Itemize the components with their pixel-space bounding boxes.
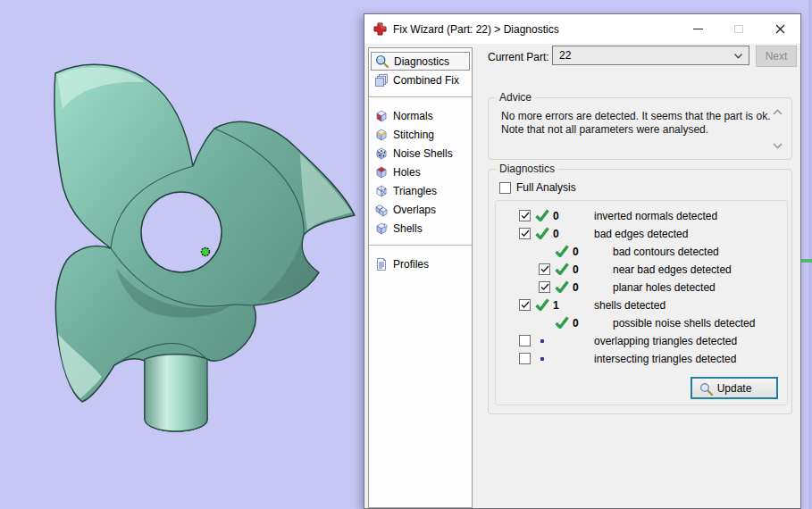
error-count: 0 — [573, 246, 579, 258]
close-button[interactable] — [765, 14, 795, 44]
diagnostic-label: shells detected — [594, 299, 666, 312]
fix-wizard-dialog: Fix Wizard (Part: 22) > Diagnostics Diag… — [364, 13, 801, 509]
sidebar-item-label: Holes — [393, 166, 421, 179]
sidebar-item-normals[interactable]: Normals — [369, 106, 472, 125]
viewport-edge-shade — [808, 0, 812, 509]
sidebar-item-noise-shells[interactable]: Noise Shells — [369, 144, 472, 163]
advice-line: Note that not all parameters were analys… — [501, 123, 770, 137]
sidebar-separator — [369, 245, 472, 246]
sidebar-item-label: Noise Shells — [393, 147, 453, 160]
checkbox-checked[interactable] — [519, 299, 531, 311]
current-part-combobox[interactable]: 22 — [552, 46, 749, 65]
green-check-icon — [535, 209, 549, 224]
cube-normals-icon — [373, 108, 389, 123]
sidebar-item-combined-fix[interactable]: Combined Fix — [369, 71, 472, 89]
current-part-label: Current Part: — [488, 51, 549, 63]
green-check-icon — [555, 316, 569, 331]
magnifier-icon — [374, 54, 389, 69]
full-analysis-checkbox[interactable]: Full Analysis — [499, 181, 576, 194]
minimize-button[interactable] — [682, 14, 713, 44]
checkbox-box[interactable] — [499, 182, 511, 194]
cube-holes-icon — [373, 164, 389, 179]
green-check-icon — [555, 263, 569, 278]
close-icon — [775, 24, 785, 34]
sidebar-item-profiles[interactable]: Profiles — [369, 254, 472, 273]
diagnostic-label: inverted normals detected — [594, 210, 717, 222]
update-button[interactable]: Update — [691, 377, 778, 399]
sidebar-separator — [369, 96, 472, 97]
diagnostics-title: Diagnostics — [496, 163, 558, 175]
advice-line: No more errors are detected. It seems th… — [501, 110, 770, 123]
maximize-icon — [734, 25, 743, 33]
cube-noise-shells-icon — [373, 146, 389, 161]
checkbox-unchecked[interactable] — [519, 335, 531, 346]
update-label: Update — [717, 382, 752, 395]
error-count: 0 — [573, 317, 579, 330]
impeller-shaft — [145, 355, 207, 431]
cube-shells-icon — [373, 221, 389, 236]
checkbox-unchecked[interactable] — [519, 353, 531, 364]
sidebar-item-triangles[interactable]: Triangles — [369, 181, 472, 200]
advice-groupbox: Advice No more errors are detected. It s… — [488, 97, 792, 160]
scroll-up-icon[interactable] — [772, 108, 783, 117]
error-count: 0 — [553, 228, 559, 240]
diagnostics-rows: 0inverted normals detected0bad edges det… — [496, 207, 787, 368]
diagnostic-row: 0bad contours detected — [496, 243, 787, 261]
error-count: 1 — [553, 299, 559, 312]
red-cross-icon — [373, 22, 387, 36]
dialog-title: Fix Wizard (Part: 22) > Diagnostics — [393, 23, 559, 36]
sidebar-item-label: Shells — [393, 222, 423, 235]
maximize-button[interactable] — [724, 14, 754, 44]
chevron-down-icon — [734, 54, 742, 59]
sidebar-item-overlaps[interactable]: Overlaps — [369, 200, 472, 219]
sidebar-item-holes[interactable]: Holes — [369, 163, 472, 181]
green-check-icon — [535, 298, 549, 313]
green-check-icon — [535, 227, 549, 242]
cube-stitching-icon — [373, 127, 389, 142]
diagnostic-row: 0planar holes detected — [496, 279, 787, 296]
checkbox-checked[interactable] — [539, 263, 550, 275]
sidebar-item-label: Profiles — [393, 258, 429, 271]
diagnostic-row: 0near bad edges detected — [496, 261, 787, 279]
sidebar-item-diagnostics[interactable]: Diagnostics — [371, 52, 470, 71]
diagnostic-row: overlapping triangles detected — [496, 332, 787, 350]
minimize-icon — [693, 29, 703, 29]
sidebar-item-label: Triangles — [393, 185, 437, 197]
diagnostic-row: intersecting triangles detected — [496, 350, 787, 368]
error-count: 0 — [573, 281, 579, 294]
checkbox-checked[interactable] — [519, 210, 531, 221]
diagnostics-results-panel: 0inverted normals detected0bad edges det… — [495, 200, 788, 405]
sidebar-item-label: Normals — [393, 110, 433, 122]
error-count: 0 — [553, 210, 559, 222]
advice-text: No more errors are detected. It seems th… — [501, 110, 770, 137]
diagnostic-row: 0inverted normals detected — [496, 207, 787, 225]
error-count: 0 — [573, 263, 579, 276]
diagnostic-label: possible noise shells detected — [613, 317, 755, 330]
diagnostic-label: planar holes detected — [613, 281, 716, 294]
sidebar-item-stitching[interactable]: Stitching — [369, 125, 472, 144]
sidebar-item-shells[interactable]: Shells — [369, 219, 472, 238]
diagnostic-row: 0possible noise shells detected — [496, 314, 787, 332]
diagnostic-label: near bad edges detected — [613, 263, 732, 276]
diagnostic-row: 1shells detected — [496, 296, 787, 314]
green-check-icon — [555, 280, 569, 296]
pending-dot-icon — [540, 339, 544, 343]
sidebar-item-label: Overlaps — [393, 204, 436, 216]
next-button[interactable]: Next — [756, 46, 797, 67]
combined-fix-icon — [373, 72, 389, 88]
checkbox-checked[interactable] — [539, 281, 550, 293]
cube-overlaps-icon — [373, 202, 389, 217]
diagnostic-label: bad contours detected — [613, 246, 719, 258]
dialog-titlebar[interactable]: Fix Wizard (Part: 22) > Diagnostics — [364, 14, 800, 44]
checkbox-checked[interactable] — [519, 228, 531, 239]
diagnostic-label: bad edges detected — [594, 228, 688, 240]
magnifier-icon — [699, 382, 714, 396]
sidebar-item-label: Combined Fix — [393, 74, 459, 87]
diagnostic-label: overlapping triangles detected — [594, 335, 737, 347]
advice-title: Advice — [496, 91, 535, 104]
scroll-down-icon[interactable] — [772, 141, 783, 150]
sidebar-item-label: Diagnostics — [394, 55, 449, 68]
green-check-icon — [555, 245, 569, 260]
sidebar-item-label: Stitching — [393, 129, 434, 141]
origin-marker — [202, 248, 210, 256]
